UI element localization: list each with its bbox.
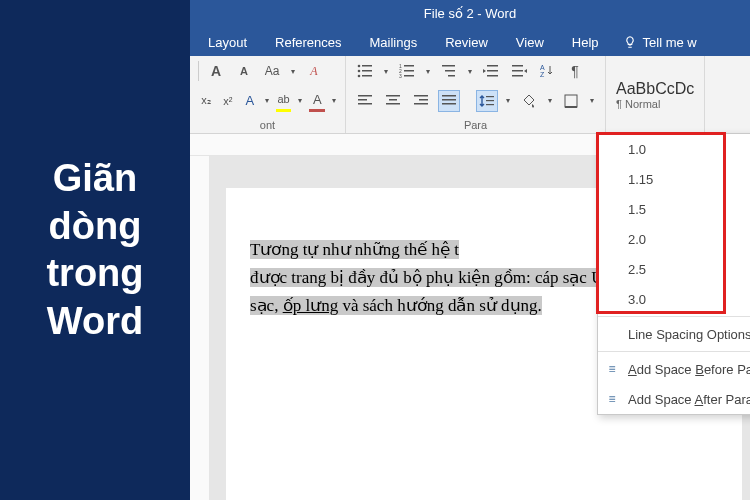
doc-text: Tương tự như những thế hệ t <box>250 240 459 259</box>
pilcrow-button[interactable]: ¶ <box>564 60 586 82</box>
align-right-button[interactable] <box>410 90 432 112</box>
font-group-label: ont <box>198 119 337 131</box>
style-normal[interactable]: AaBbCcDc ¶ Normal <box>606 56 705 133</box>
svg-rect-21 <box>512 70 523 72</box>
svg-rect-22 <box>512 75 523 77</box>
svg-rect-5 <box>362 75 372 77</box>
numbering-button[interactable]: 123 <box>396 60 418 82</box>
chevron-down-icon[interactable]: ▾ <box>546 96 554 105</box>
doc-text: được trang bị đầy đủ bộ phụ kiện gồm: cá… <box>250 268 639 287</box>
doc-text: sạc, <box>250 296 283 315</box>
tab-view[interactable]: View <box>504 28 556 56</box>
spacing-option-3-0[interactable]: 3.0 <box>598 284 750 314</box>
clear-formatting-button[interactable]: A <box>303 60 325 82</box>
svg-rect-31 <box>414 95 428 97</box>
svg-text:A: A <box>540 64 545 71</box>
add-space-after[interactable]: ≡Add Space After Paragraph <box>598 384 750 414</box>
svg-rect-35 <box>442 99 456 101</box>
svg-point-4 <box>358 75 361 78</box>
svg-rect-12 <box>442 65 455 67</box>
svg-rect-29 <box>389 99 397 101</box>
svg-rect-36 <box>442 103 456 105</box>
svg-rect-38 <box>486 100 494 101</box>
ribbon: A A Aa▾ A x₂ x² A▾ ab▾ A▾ ont ▾ 123▾ <box>190 56 750 134</box>
shading-button[interactable] <box>518 90 540 112</box>
svg-rect-7 <box>404 65 414 67</box>
chevron-down-icon[interactable]: ▾ <box>588 96 596 105</box>
tab-layout[interactable]: Layout <box>196 28 259 56</box>
font-color-button[interactable]: A <box>309 90 325 112</box>
paragraph-group-label: Para <box>354 119 597 131</box>
svg-point-0 <box>358 65 361 68</box>
chevron-down-icon[interactable]: ▾ <box>466 67 474 76</box>
add-space-before[interactable]: ≡Add Space Before Paragraph <box>598 354 750 384</box>
highlight-button[interactable]: ab <box>276 90 292 112</box>
svg-rect-17 <box>487 70 498 72</box>
tell-me[interactable]: Tell me w <box>623 35 697 50</box>
svg-rect-1 <box>362 65 372 67</box>
grow-font-button[interactable]: A <box>205 60 227 82</box>
svg-rect-33 <box>414 103 428 105</box>
svg-rect-26 <box>358 99 367 101</box>
svg-rect-37 <box>486 96 494 97</box>
borders-button[interactable] <box>560 90 582 112</box>
text-effects-button[interactable]: A <box>242 90 258 112</box>
svg-rect-19 <box>512 65 523 67</box>
tab-mailings[interactable]: Mailings <box>358 28 430 56</box>
align-center-button[interactable] <box>382 90 404 112</box>
chevron-down-icon[interactable]: ▾ <box>331 96 337 105</box>
tab-review[interactable]: Review <box>433 28 500 56</box>
increase-indent-button[interactable] <box>508 60 530 82</box>
chevron-down-icon[interactable]: ▾ <box>264 96 270 105</box>
spacing-option-2-0[interactable]: 2.0 <box>598 224 750 254</box>
svg-rect-15 <box>487 65 498 67</box>
change-case-button[interactable]: Aa <box>261 60 283 82</box>
line-spacing-menu: 1.0 1.15 1.5 2.0 2.5 3.0 Line Spacing Op… <box>597 133 750 415</box>
shrink-font-button[interactable]: A <box>233 60 255 82</box>
doc-text-underlined: ốp lưng <box>283 296 338 315</box>
subscript-button[interactable]: x₂ <box>198 90 214 112</box>
svg-text:3: 3 <box>399 73 402 78</box>
spacing-option-1-15[interactable]: 1.15 <box>598 164 750 194</box>
spacing-option-1-0[interactable]: 1.0 <box>598 134 750 164</box>
justify-button[interactable] <box>438 90 460 112</box>
chevron-down-icon[interactable]: ▾ <box>504 96 512 105</box>
svg-marker-20 <box>524 69 527 73</box>
side-panel-text: Giãn dòng trong Word <box>20 155 170 345</box>
svg-marker-16 <box>483 69 486 73</box>
multilevel-list-button[interactable] <box>438 60 460 82</box>
svg-rect-28 <box>386 95 400 97</box>
tab-help[interactable]: Help <box>560 28 611 56</box>
svg-rect-13 <box>445 70 455 72</box>
svg-rect-40 <box>565 95 577 107</box>
tab-references[interactable]: References <box>263 28 353 56</box>
align-left-button[interactable] <box>354 90 376 112</box>
chevron-down-icon[interactable]: ▾ <box>424 67 432 76</box>
svg-rect-11 <box>404 75 414 77</box>
ruler-vertical[interactable] <box>190 156 210 500</box>
line-spacing-options[interactable]: Line Spacing Options... <box>598 319 750 349</box>
style-sample: AaBbCcDc <box>616 80 694 98</box>
decrease-indent-button[interactable] <box>480 60 502 82</box>
chevron-down-icon[interactable]: ▾ <box>297 96 303 105</box>
line-spacing-button[interactable] <box>476 90 498 112</box>
chevron-down-icon[interactable]: ▾ <box>289 67 297 76</box>
space-before-icon: ≡ <box>604 362 620 376</box>
svg-text:Z: Z <box>540 71 545 78</box>
title-bar: File số 2 - Word <box>190 0 750 28</box>
spacing-option-2-5[interactable]: 2.5 <box>598 254 750 284</box>
svg-rect-14 <box>448 75 455 77</box>
spacing-option-1-5[interactable]: 1.5 <box>598 194 750 224</box>
svg-rect-25 <box>358 95 372 97</box>
doc-text: và sách hướng dẫn sử dụng. <box>338 296 542 315</box>
svg-point-2 <box>358 70 361 73</box>
style-name: ¶ Normal <box>616 98 660 110</box>
svg-rect-34 <box>442 95 456 97</box>
superscript-button[interactable]: x² <box>220 90 236 112</box>
sort-button[interactable]: AZ <box>536 60 558 82</box>
bullets-button[interactable] <box>354 60 376 82</box>
chevron-down-icon[interactable]: ▾ <box>382 67 390 76</box>
svg-rect-30 <box>386 103 400 105</box>
svg-rect-3 <box>362 70 372 72</box>
side-panel: Giãn dòng trong Word <box>0 0 190 500</box>
